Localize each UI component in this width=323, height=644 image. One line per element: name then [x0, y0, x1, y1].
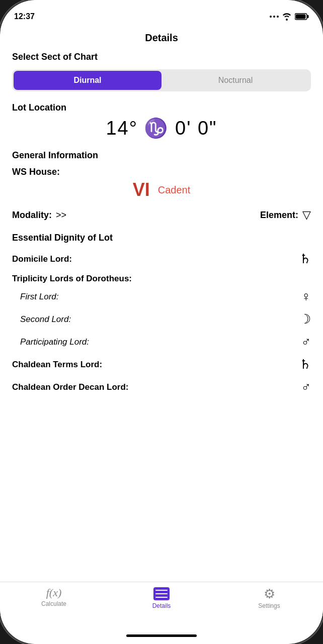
participating-lord-row: Participating Lord: ♂ [12, 334, 311, 350]
main-scroll: Select Sect of Chart Diurnal Nocturnal L… [0, 52, 323, 582]
diurnal-button[interactable]: Diurnal [14, 71, 162, 90]
triplicity-section: Triplicity Lords of Dorotheus: First Lor… [12, 274, 311, 350]
home-indicator [0, 627, 323, 644]
first-lord-symbol: ♀ [301, 289, 311, 304]
ws-house-row: WS House: [12, 167, 311, 177]
ws-house-value-row: VI Cadent [12, 179, 311, 200]
details-tab-label: Details [152, 602, 171, 609]
second-lord-symbol: ☽ [299, 311, 311, 327]
settings-icon: ⚙ [264, 587, 275, 600]
chaldean-decan-row: Chaldean Order Decan Lord: ♂ [12, 379, 311, 395]
tab-calculate[interactable]: f(x) Calculate [34, 587, 74, 607]
wifi-icon [282, 13, 292, 21]
battery-icon [295, 13, 309, 20]
domicile-lord-label: Domicile Lord: [12, 254, 72, 264]
status-time: 12:37 [14, 12, 35, 21]
modality-value: >> [56, 210, 260, 221]
signal-icon [270, 16, 279, 18]
modality-label: Modality: [12, 210, 52, 221]
domicile-lord-row: Domicile Lord: ♄ [12, 251, 311, 267]
segment-control: Diurnal Nocturnal [12, 69, 311, 91]
ws-cadent: Cadent [158, 184, 191, 196]
home-bar [126, 634, 197, 637]
nocturnal-button[interactable]: Nocturnal [162, 71, 309, 90]
chaldean-terms-label: Chaldean Terms Lord: [12, 360, 102, 370]
element-symbol: ▽ [302, 208, 311, 222]
chaldean-terms-symbol: ♄ [299, 357, 311, 372]
sect-label: Select Sect of Chart [12, 52, 311, 62]
chaldean-terms-row: Chaldean Terms Lord: ♄ [12, 357, 311, 372]
svg-rect-2 [296, 15, 306, 19]
lot-value: 14° ♑ 0' 0" [12, 117, 311, 139]
lot-location-label: Lot Location [12, 102, 311, 113]
calculate-icon: f(x) [46, 587, 62, 598]
phone-frame: 12:37 Details [0, 0, 323, 644]
participating-lord-symbol: ♂ [301, 334, 311, 350]
status-bar: 12:37 [0, 0, 323, 26]
svg-rect-1 [307, 15, 309, 18]
tab-details[interactable]: Details [141, 587, 182, 609]
modality-element-row: Modality: >> Element: ▽ [12, 208, 311, 222]
general-info-label: General Information [12, 150, 311, 161]
settings-tab-label: Settings [258, 602, 280, 609]
participating-lord-label: Participating Lord: [12, 337, 89, 347]
tab-settings[interactable]: ⚙ Settings [249, 587, 289, 609]
second-lord-row: Second Lord: ☽ [12, 311, 311, 327]
first-lord-label: First Lord: [12, 292, 59, 302]
second-lord-label: Second Lord: [12, 314, 71, 325]
domicile-lord-symbol: ♄ [299, 251, 311, 267]
triplicity-header: Triplicity Lords of Dorotheus: [12, 274, 311, 284]
first-lord-row: First Lord: ♀ [12, 289, 311, 304]
phone-screen: 12:37 Details [0, 0, 323, 644]
page-title: Details [0, 26, 323, 52]
chaldean-decan-symbol: ♂ [301, 379, 311, 395]
calculate-tab-label: Calculate [41, 600, 66, 607]
ws-house-label: WS House: [12, 167, 60, 177]
status-icons [270, 13, 309, 21]
content: Details Select Sect of Chart Diurnal Noc… [0, 26, 323, 644]
element-label: Element: [260, 210, 298, 221]
details-icon [153, 587, 170, 600]
dignity-label: Essential Dignity of Lot [12, 233, 311, 243]
chaldean-decan-label: Chaldean Order Decan Lord: [12, 382, 128, 392]
tab-bar: f(x) Calculate Details ⚙ Settings [0, 582, 323, 627]
ws-roman: VI [133, 179, 150, 200]
